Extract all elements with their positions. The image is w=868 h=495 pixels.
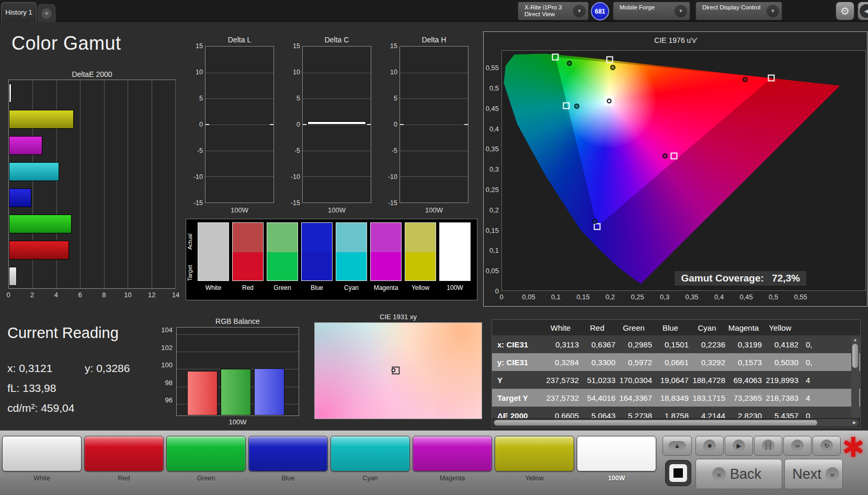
zero-tick [464, 124, 468, 125]
y-tick-label: 0,15 [478, 226, 499, 234]
y-tick-label: 15 [380, 42, 397, 50]
column-header-white: White [542, 323, 579, 332]
column-header-blue: Blue [652, 323, 689, 332]
table-body: x: CIE310,31130,63670,29850,15010,22360,… [492, 335, 860, 418]
table-cell: 0,3284 [542, 358, 579, 367]
vertical-scroll-thumb[interactable] [852, 344, 858, 368]
table-cell: 164,3367 [615, 393, 652, 402]
table-horizontal-scrollbar[interactable]: ▶ [493, 419, 859, 426]
table-cell: 73,2365 [725, 393, 762, 402]
delta-chart-x-label: 100W [399, 206, 469, 214]
patch-window-button[interactable] [665, 460, 691, 486]
row-label: Target Y [492, 393, 542, 402]
meter-dropdown[interactable]: X-Rite i1Pro 3Direct View ▼ [518, 2, 589, 20]
target-row-label: Target [187, 265, 193, 281]
y-tick-label: 0,25 [478, 186, 499, 194]
swatch-green: Green [267, 222, 298, 291]
meter-count-badge[interactable]: 681 [591, 2, 609, 20]
table-row: Y237,573251,0233170,030419,0647188,47286… [492, 371, 860, 389]
display-control-dropdown[interactable]: Direct Display Control ▼ [695, 2, 782, 20]
collapse-panel-button[interactable]: ◀ [858, 2, 868, 20]
x-tick-label: 0 [499, 293, 503, 301]
deltae-chart-title: DeltaE 2000 [8, 70, 176, 78]
table-cell: 219,8993 [762, 376, 798, 385]
gridline [400, 125, 468, 125]
reading-x-value: x: 0,3121 [7, 362, 52, 375]
continuous-measure-button[interactable]: ∞ [783, 436, 812, 456]
table-cell: 2,8230 [725, 411, 762, 419]
settings-button[interactable]: ⚙ [836, 2, 854, 20]
white-point-marker [392, 366, 400, 374]
delta-chart-delta-h: Delta H151050-5-10-15100W [379, 36, 471, 216]
patch-button-yellow[interactable] [495, 436, 574, 471]
patch-button-white[interactable] [2, 436, 82, 471]
patch-button-100w[interactable] [577, 436, 656, 471]
single-measure-button[interactable]: [-] [754, 436, 782, 456]
y-tick-label: 100 [157, 361, 173, 369]
single-measure-icon: [-] [762, 440, 774, 452]
y-tick-label: 0,2 [478, 206, 499, 213]
swatch-target [440, 252, 470, 280]
deltae-bar-100w [9, 84, 12, 103]
swatch-100w: 100W [439, 222, 471, 291]
table-vertical-scrollbar[interactable]: ▲ [851, 336, 859, 418]
gridline [177, 334, 299, 335]
delta-bar [307, 121, 366, 125]
deltae-chart [8, 80, 176, 289]
gear-icon: ⚙ [840, 5, 850, 17]
swatch-target [267, 252, 298, 280]
patch-button-red[interactable] [84, 436, 164, 471]
refresh-button[interactable]: ↻ [813, 436, 841, 456]
row-label: ΔE 2000 [492, 411, 542, 419]
patch-button-green[interactable] [166, 436, 246, 471]
swatch-red: Red [232, 222, 264, 291]
swatch-cyan: Cyan [336, 222, 367, 291]
table-cell: 19,0647 [652, 376, 689, 385]
back-button[interactable]: « Back [695, 459, 782, 489]
chevron-down-icon[interactable]: ▼ [573, 5, 586, 17]
swatch-stack [336, 222, 367, 281]
patch-button-cyan[interactable] [330, 436, 410, 471]
table-cell: 0,5030 [762, 358, 798, 367]
scroll-up-icon[interactable]: ▲ [851, 336, 859, 344]
cie1931-diagram [314, 322, 482, 419]
patch-label-blue: Blue [248, 475, 328, 482]
y-tick-label: 0 [380, 121, 397, 128]
gridline [205, 73, 273, 73]
next-button[interactable]: Next » [784, 459, 843, 489]
swatch-stack [405, 222, 436, 281]
stop-button[interactable]: ■ [695, 436, 724, 456]
deltae-bar-cyan [9, 162, 59, 181]
y-tick-label: -10 [185, 173, 203, 181]
y-tick-label: 0,45 [478, 104, 499, 112]
patch-button-magenta[interactable] [413, 436, 492, 471]
play-button[interactable]: ▶ [725, 436, 753, 456]
source-dropdown[interactable]: Mobile Forge ▼ [613, 2, 690, 20]
chevron-down-icon[interactable]: ▼ [767, 5, 779, 17]
expand-patch-panel-button[interactable]: ▲ [663, 436, 692, 456]
swatch-label: Magenta [370, 284, 402, 291]
deltae-bar-white [9, 267, 17, 286]
x-tick-label: 0,3 [660, 293, 669, 301]
patch-label-100w: 100W [577, 475, 656, 482]
add-icon: + [41, 8, 52, 19]
table-cell: 0,3199 [725, 340, 762, 349]
tab-history-1[interactable]: History 1 [1, 2, 37, 22]
delta-chart-delta-c: Delta C151050-5-10-15100W [281, 36, 373, 216]
meter-status-indicator [519, 3, 521, 19]
y-tick-label: -5 [380, 147, 397, 154]
y-tick-label: 0 [478, 287, 499, 295]
horizontal-scroll-thumb[interactable] [494, 420, 817, 425]
deltae-bar-magenta [9, 136, 42, 155]
swatch-stack [439, 222, 471, 281]
add-tab-button[interactable]: + [38, 4, 55, 22]
patch-button-blue[interactable] [248, 436, 328, 471]
gridline [400, 176, 468, 177]
scroll-right-icon[interactable]: ▶ [851, 419, 858, 426]
swatch-actual [336, 223, 367, 252]
gridline [205, 176, 273, 177]
source-status-indicator [614, 3, 616, 19]
chevron-down-icon[interactable]: ▼ [675, 5, 687, 17]
y-tick-label: 0,4 [478, 125, 499, 132]
y-tick-label: 5 [282, 95, 300, 102]
